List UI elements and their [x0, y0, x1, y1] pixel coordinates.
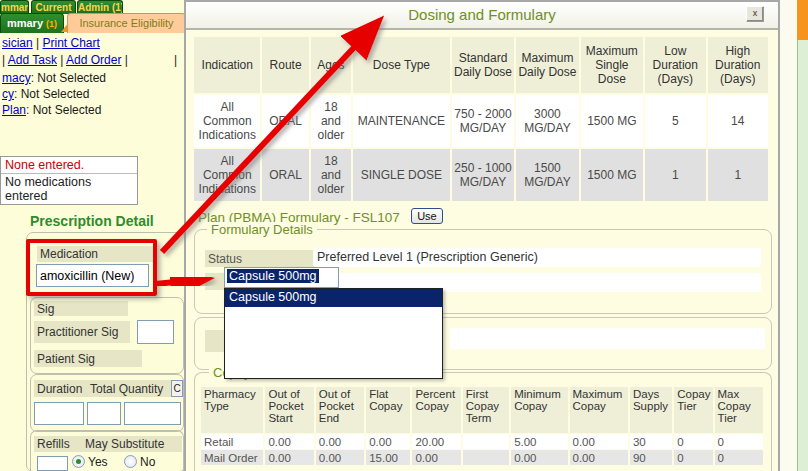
copay-cell: 0.00 — [511, 450, 567, 465]
copay-header-cell: Percent Copay — [412, 387, 460, 433]
dosing-header-cell: Standard Daily Dose — [452, 37, 514, 93]
copay-cell: Mail Order — [201, 450, 263, 465]
may-substitute-yes-option[interactable]: Yes — [72, 455, 108, 469]
tab-summary[interactable]: mmary (1) — [0, 13, 64, 33]
physician-link[interactable]: sician — [2, 36, 33, 50]
pharmacy-link[interactable]: macy — [2, 71, 31, 85]
may-substitute-no-option[interactable]: No — [124, 455, 155, 469]
copay-cell: 0.00 — [570, 450, 628, 465]
scrollbar-track[interactable] — [797, 40, 808, 471]
dosing-cell: All Common Indications — [194, 149, 260, 201]
copay-cell: 0 — [674, 434, 712, 449]
plan-link[interactable]: Plan — [2, 103, 26, 117]
tab-current[interactable]: Current — [31, 0, 76, 14]
radio-yes-icon[interactable] — [72, 455, 85, 468]
dose-form-dropdown-list: Capsule 500mg — [224, 288, 443, 379]
alerts-box: None entered. No medications entered — [0, 156, 138, 205]
copay-cell: Retail — [201, 434, 263, 449]
quantity-calc-button[interactable]: C — [171, 380, 183, 397]
total-quantity-label: Total Quantity — [87, 380, 175, 397]
dosing-cell: All Common Indications — [194, 95, 260, 147]
dosing-cell: 750 - 2000 MG/DAY — [452, 95, 514, 147]
practitioner-sig-input[interactable] — [137, 320, 174, 344]
copay-cell: 30 — [630, 434, 672, 449]
task-links-line: | Add Task | Add Order | — [2, 53, 128, 67]
no-medications-text: No medications entered — [1, 174, 137, 204]
dosing-header-cell: Route — [262, 37, 308, 93]
quantity-unit-input[interactable] — [124, 402, 181, 425]
window-edge-strip — [780, 0, 808, 471]
tab-summary-count: (1) — [46, 19, 57, 29]
refills-label: Refills — [34, 436, 82, 452]
chart-links-line: sician | Print Chart — [2, 36, 100, 50]
dialog-header: Dosing and Formulary — [186, 2, 778, 30]
copay-header-cell: Flat Copay — [366, 387, 410, 433]
dosing-cell: 1 — [645, 149, 705, 201]
copay-cell: 20.00 — [412, 434, 460, 449]
separator: | — [174, 53, 177, 67]
tab-summary-top[interactable]: mmary — [0, 0, 29, 14]
copay-header-cell: Maximum Copay — [570, 387, 628, 433]
copay-cell: 0 — [715, 434, 763, 449]
dosing-row: All Common Indications ORAL 18 and older… — [194, 149, 768, 201]
dropdown-option[interactable]: Capsule 500mg — [225, 289, 442, 307]
total-quantity-input[interactable] — [87, 402, 121, 425]
duration-label: Duration — [34, 380, 90, 397]
plan-value: : Not Selected — [26, 103, 101, 117]
add-order-link[interactable]: Add Order — [66, 53, 121, 67]
dosing-header-row: Indication Route Ages Dose Type Standard… — [194, 37, 768, 93]
copay-cell: 0 — [674, 450, 712, 465]
prescription-detail-heading: Prescription Detail — [28, 213, 156, 229]
dosing-table: Indication Route Ages Dose Type Standard… — [192, 35, 770, 203]
add-task-link[interactable]: Add Task — [8, 53, 57, 67]
use-button[interactable]: Use — [411, 208, 443, 224]
copay-header-cell: Minimum Copay — [511, 387, 567, 433]
pharmacy-status-line: macy: Not Selected — [2, 71, 106, 85]
dosing-cell: 3000 MG/DAY — [516, 95, 578, 147]
separator: | — [2, 53, 5, 67]
copay-header-cell: First Copay Term — [463, 387, 509, 433]
dosing-formulary-dialog: Dosing and Formulary x Indication Route … — [184, 0, 780, 471]
tab-admin[interactable]: Admin (1) — [77, 0, 123, 14]
copay-cell: 0.00 — [316, 450, 364, 465]
dosing-row: All Common Indications ORAL 18 and older… — [194, 95, 768, 147]
copay-cell: 0.00 — [316, 434, 364, 449]
tab-insurance-eligibility[interactable]: Insurance Eligibility — [67, 13, 184, 33]
refills-input[interactable] — [37, 456, 68, 471]
dosing-header-cell: Maximum Daily Dose — [516, 37, 578, 93]
copay-header-cell: Out of Pocket Start — [265, 387, 313, 433]
plan-status-line: Plan: Not Selected — [2, 103, 101, 117]
scrollbar-orange-segment[interactable] — [797, 0, 808, 40]
dosing-header-cell: Dose Type — [353, 37, 450, 93]
radio-no-icon[interactable] — [124, 455, 137, 468]
dosing-cell: 1500 MG — [581, 95, 643, 147]
copay-row-retail: Retail 0.00 0.00 0.00 20.00 5.00 0.00 30… — [201, 434, 763, 449]
copay-table: Pharmacy Type Out of Pocket Start Out of… — [199, 386, 765, 466]
agency-link[interactable]: cy — [2, 87, 14, 101]
copay-cell — [463, 434, 509, 449]
duration-input[interactable] — [34, 402, 84, 425]
dosing-header-cell: Low Duration (Days) — [645, 37, 705, 93]
copay-cell: 5.00 — [511, 434, 567, 449]
copay-header-cell: Out of Pocket End — [316, 387, 364, 433]
medication-highlight-box — [26, 239, 157, 296]
pharmacy-value: : Not Selected — [31, 71, 106, 85]
copay-cell: 0.00 — [265, 434, 313, 449]
dosing-cell: ORAL — [262, 149, 308, 201]
allergies-none-entered: None entered. — [1, 157, 137, 174]
status-value: Preferred Level 1 (Prescription Generic) — [313, 248, 761, 267]
copay-details-fieldset: Copay Details Pharmacy Type Out of Pocke… — [194, 372, 772, 471]
copay-header-cell: Pharmacy Type — [201, 387, 263, 433]
dosing-header-cell: Ages — [311, 37, 351, 93]
copay-header-cell: Max Copay Tier — [715, 387, 763, 433]
tab-summary-label: mmary — [7, 17, 43, 29]
sig-header-label: Sig — [34, 301, 128, 316]
copay-cell: 0.00 — [412, 450, 460, 465]
dosing-cell: 1500 MG/DAY — [516, 149, 578, 201]
copay-header-cell: Days Supply — [630, 387, 672, 433]
dose-form-combobox[interactable]: Capsule 500mg — [224, 267, 339, 288]
dosing-cell: ORAL — [262, 95, 308, 147]
dosing-cell: 250 - 1000 MG/DAY — [452, 149, 514, 201]
print-chart-link[interactable]: Print Chart — [43, 36, 100, 50]
close-icon[interactable]: x — [746, 6, 764, 22]
